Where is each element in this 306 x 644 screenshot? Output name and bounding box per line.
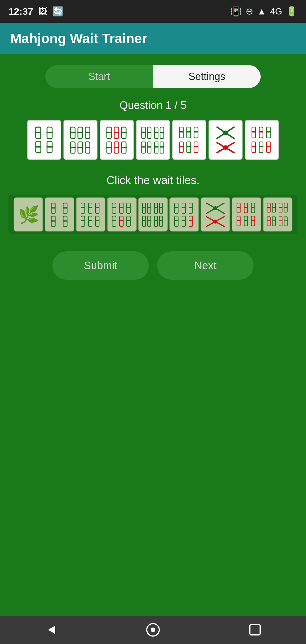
hand-tile-2 [63, 120, 97, 160]
svg-rect-125 [154, 220, 158, 221]
app-title: Mahjong Wait Trainer [10, 31, 147, 46]
svg-rect-116 [154, 203, 158, 213]
svg-rect-24 [114, 132, 119, 133]
sel-tile-7[interactable] [232, 197, 261, 231]
svg-rect-163 [279, 207, 282, 208]
svg-rect-173 [284, 220, 288, 221]
image-icon: 🖼 [38, 6, 47, 17]
svg-rect-165 [284, 207, 288, 208]
svg-rect-89 [81, 207, 85, 208]
svg-rect-93 [95, 207, 99, 208]
svg-rect-52 [186, 131, 191, 132]
svg-rect-78 [266, 146, 271, 147]
svg-rect-119 [159, 207, 163, 208]
svg-rect-10 [70, 132, 76, 133]
svg-rect-40 [160, 132, 164, 133]
svg-rect-105 [126, 207, 131, 208]
home-button[interactable] [142, 618, 164, 641]
svg-rect-133 [189, 207, 193, 208]
svg-rect-121 [142, 220, 146, 221]
sel-tile-2[interactable] [76, 197, 105, 231]
svg-rect-12 [77, 132, 83, 133]
next-button[interactable]: Next [157, 251, 254, 280]
svg-rect-109 [119, 220, 124, 221]
start-tab[interactable]: Start [45, 65, 153, 88]
svg-rect-50 [179, 131, 184, 132]
settings-tab[interactable]: Settings [153, 65, 261, 88]
back-button[interactable] [40, 618, 62, 641]
svg-rect-129 [174, 207, 178, 208]
svg-rect-56 [179, 146, 184, 147]
status-time: 12:37 [8, 6, 33, 17]
svg-rect-42 [141, 146, 146, 148]
svg-rect-44 [147, 146, 151, 148]
svg-rect-87 [63, 220, 67, 222]
svg-rect-70 [259, 131, 263, 132]
svg-rect-112 [143, 203, 146, 213]
svg-rect-103 [119, 207, 124, 208]
svg-rect-74 [252, 146, 256, 147]
svg-rect-169 [272, 220, 276, 221]
svg-rect-99 [95, 220, 99, 221]
svg-rect-131 [182, 207, 186, 208]
svg-point-145 [213, 220, 217, 224]
svg-marker-174 [48, 626, 55, 634]
hand-tile-5 [172, 120, 206, 160]
status-left: 12:37 🖼 🔄 [8, 6, 64, 17]
svg-rect-126 [160, 216, 163, 226]
sel-tile-5[interactable] [169, 197, 199, 231]
svg-rect-139 [189, 220, 193, 221]
sel-tile-1[interactable] [45, 197, 74, 231]
svg-rect-91 [88, 207, 92, 208]
svg-rect-97 [88, 220, 92, 221]
svg-rect-26 [121, 132, 127, 133]
sel-tile-8[interactable] [263, 197, 292, 231]
svg-rect-157 [251, 220, 255, 221]
signal-icon: 4G [270, 6, 282, 17]
hand-tile-4 [136, 120, 170, 160]
svg-rect-123 [147, 220, 151, 221]
svg-rect-124 [154, 216, 158, 226]
svg-rect-153 [237, 220, 241, 221]
main-content: Start Settings Question 1 / 5 [0, 54, 306, 280]
hand-tile-7 [245, 120, 279, 160]
svg-rect-16 [70, 147, 76, 148]
recent-button[interactable] [244, 618, 266, 641]
svg-point-176 [151, 628, 155, 632]
submit-button[interactable]: Submit [52, 251, 149, 280]
svg-rect-107 [112, 220, 116, 221]
sel-tile-4[interactable] [138, 197, 168, 231]
svg-rect-36 [147, 132, 151, 133]
svg-point-144 [213, 206, 217, 210]
svg-rect-4 [46, 132, 53, 133]
svg-rect-137 [182, 220, 186, 221]
svg-rect-2 [35, 132, 41, 133]
sel-tile-0[interactable]: 🌿 [14, 197, 43, 231]
svg-rect-20 [85, 147, 90, 148]
svg-rect-113 [142, 207, 146, 208]
selection-tiles: 🌿 [8, 195, 298, 234]
svg-point-65 [223, 131, 228, 135]
svg-rect-95 [81, 220, 85, 221]
svg-rect-85 [51, 220, 56, 222]
svg-rect-167 [267, 220, 271, 221]
svg-rect-81 [51, 207, 56, 209]
sel-tile-6[interactable] [201, 197, 230, 231]
app-bar: Mahjong Wait Trainer [0, 23, 306, 54]
svg-rect-46 [154, 146, 158, 148]
status-right: 📳 ⊖ ▲ 4G 🔋 [230, 6, 298, 17]
svg-rect-155 [244, 220, 248, 221]
svg-rect-14 [85, 132, 90, 133]
svg-point-66 [223, 145, 228, 150]
svg-rect-28 [106, 147, 112, 148]
svg-rect-72 [266, 131, 271, 132]
svg-rect-159 [267, 207, 271, 208]
sel-tile-3[interactable] [107, 197, 137, 231]
svg-rect-149 [244, 207, 248, 208]
svg-rect-32 [121, 147, 127, 148]
svg-rect-6 [35, 146, 41, 148]
svg-rect-101 [112, 207, 116, 208]
svg-rect-171 [279, 220, 282, 221]
vibrate-icon: 📳 [230, 6, 242, 17]
svg-rect-34 [141, 132, 146, 133]
